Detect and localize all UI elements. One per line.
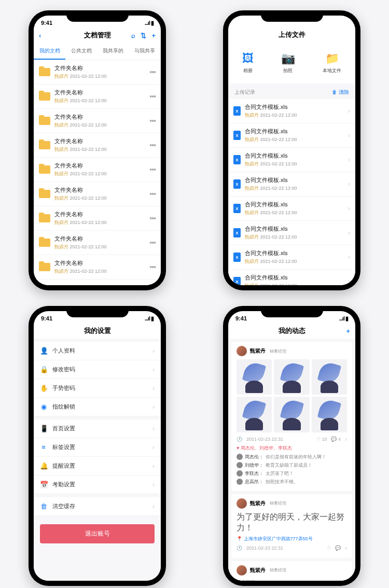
avatar bbox=[237, 454, 243, 460]
tab-my-docs[interactable]: 我的文档 bbox=[34, 43, 65, 60]
avatar[interactable] bbox=[237, 346, 247, 356]
avatar[interactable] bbox=[237, 565, 247, 576]
opt-local[interactable]: 📁本地文件 bbox=[323, 52, 341, 74]
chevron-icon: › bbox=[152, 366, 155, 373]
folder-icon bbox=[39, 117, 50, 125]
folder-row[interactable]: 文件夹名称 甄嬛丹 2021-02-22 12:00 ••• bbox=[34, 85, 161, 109]
chevron-icon: › bbox=[152, 481, 155, 488]
search-icon[interactable]: ⌕ bbox=[131, 32, 135, 39]
file-row[interactable]: X 合同文件模板.xls 甄嬛丹 2021-02-22 12:00 › bbox=[228, 148, 355, 172]
folder-name: 文件夹名称 bbox=[54, 137, 145, 145]
chevron-icon[interactable]: › bbox=[345, 436, 347, 443]
settings-row[interactable]: 🔒 修改密码 › bbox=[34, 360, 161, 379]
location-link[interactable]: 📍 上海市静安区广中西路777弄55号 bbox=[237, 536, 347, 542]
folder-name: 文件夹名称 bbox=[54, 235, 145, 243]
more-icon[interactable]: ••• bbox=[149, 263, 156, 271]
header: ‹ 文档管理 ⌕ ⇅ + bbox=[34, 27, 161, 43]
settings-row[interactable]: ✋ 手势密码 › bbox=[34, 379, 161, 398]
clear-button[interactable]: 🗑 清除 bbox=[332, 89, 349, 96]
back-icon[interactable]: ‹ bbox=[39, 32, 41, 39]
folder-row[interactable]: 文件夹名称 甄嬛丹 2021-02-22 12:00 ••• bbox=[34, 109, 161, 133]
folder-row[interactable]: 文件夹名称 甄嬛丹 2021-02-22 12:00 ••• bbox=[34, 133, 161, 158]
file-row[interactable]: X 合同文件模板.xls 甄嬛丹 2021-02-22 12:00 › bbox=[228, 99, 355, 123]
more-icon[interactable]: ••• bbox=[149, 190, 156, 198]
more-icon[interactable]: ••• bbox=[149, 165, 156, 174]
sort-icon[interactable]: ⇅ bbox=[141, 32, 146, 39]
settings-row[interactable]: 📅 考勤设置 › bbox=[34, 475, 161, 494]
tab-shared-with-me[interactable]: 与我共享 bbox=[129, 43, 161, 60]
logout-button[interactable]: 退出账号 bbox=[40, 524, 155, 543]
file-row[interactable]: X 合同文件模板.xls 甄嬛丹 2021-02-22 12:00 › bbox=[228, 245, 355, 270]
settings-row[interactable]: 👤 个人资料 › bbox=[34, 342, 161, 360]
settings-row[interactable]: 🔔 提醒设置 › bbox=[34, 457, 161, 475]
photo-thumb[interactable] bbox=[237, 397, 272, 432]
folder-row[interactable]: 文件夹名称 甄嬛丹 2021-02-22 12:00 ••• bbox=[34, 206, 161, 231]
photo-thumb[interactable] bbox=[312, 359, 347, 395]
add-icon[interactable]: + bbox=[346, 327, 350, 335]
like-button[interactable]: ♡ 10 bbox=[316, 437, 327, 442]
folder-row[interactable]: 文件夹名称 甄嬛丹 2021-02-22 12:00 ••• bbox=[34, 231, 161, 255]
post-author[interactable]: 甄紫丹 bbox=[250, 347, 266, 355]
xls-icon: X bbox=[233, 228, 241, 237]
tab-shared-by-me[interactable]: 我共享的 bbox=[98, 43, 129, 60]
post-meta: 🕐 2021-02-23 22:31 ♡ 💬 › bbox=[237, 544, 347, 552]
xls-icon: X bbox=[233, 155, 241, 164]
more-icon[interactable]: ••• bbox=[149, 68, 156, 76]
settings-row[interactable]: ≡ 标签设置 › bbox=[34, 438, 161, 457]
post-text: 为了更好的明天，大家一起努力！ bbox=[237, 512, 347, 534]
feed-body[interactable]: 甄紫丹 销售经理 🕐 2021-02-23 22:31 ♡ 10 💬 bbox=[228, 339, 355, 581]
post-author[interactable]: 甄紫丹 bbox=[250, 567, 266, 574]
opt-camera[interactable]: 📷拍照 bbox=[281, 52, 295, 74]
file-name: 合同文件模板.xls bbox=[245, 249, 344, 257]
file-row[interactable]: X 合同文件模板.xls 甄嬛丹 2021-02-22 12:00 › bbox=[228, 270, 355, 285]
more-icon[interactable]: ••• bbox=[149, 141, 156, 149]
tab-public-docs[interactable]: 公共文档 bbox=[65, 43, 97, 60]
comment-button[interactable]: 💬 bbox=[335, 545, 341, 551]
opt-album[interactable]: 🖼相册 bbox=[242, 52, 254, 74]
setting-icon: 👤 bbox=[40, 347, 47, 355]
upload-list[interactable]: X 合同文件模板.xls 甄嬛丹 2021-02-22 12:00 › X 合同… bbox=[228, 99, 355, 285]
history-label: 上传记录 bbox=[234, 89, 255, 96]
xls-icon: X bbox=[233, 106, 241, 116]
settings-row[interactable]: 📱 首页设置 › bbox=[34, 419, 161, 438]
folder-icon bbox=[39, 165, 50, 174]
folder-row[interactable]: 文件夹名称 甄嬛丹 2021-02-22 12:00 ••• bbox=[34, 182, 161, 206]
screen-settings: 9:41 ...ıl ▮ 我的设置 👤 个人资料 › 🔒 修改密码 › ✋ 手势… bbox=[34, 311, 161, 581]
folder-row[interactable]: 文件夹名称 甄嬛丹 2021-02-22 12:00 ••• bbox=[34, 60, 161, 85]
comment-button[interactable]: 💬 4 bbox=[331, 437, 341, 442]
post-author[interactable]: 甄紫丹 bbox=[250, 500, 266, 507]
history-header: 上传记录 🗑 清除 bbox=[228, 83, 355, 99]
file-row[interactable]: X 合同文件模板.xls 甄嬛丹 2021-02-22 12:00 › bbox=[228, 221, 355, 245]
home-indicator[interactable] bbox=[72, 286, 123, 288]
more-icon[interactable]: ••• bbox=[149, 117, 156, 125]
like-button[interactable]: ♡ bbox=[327, 545, 331, 551]
chevron-icon: › bbox=[348, 254, 350, 261]
avatar[interactable] bbox=[237, 498, 247, 509]
photo-thumb[interactable] bbox=[237, 359, 272, 395]
folder-row[interactable]: 文件夹名称 甄嬛丹 2021-02-22 12:00 ••• bbox=[34, 158, 161, 182]
setting-icon: ✋ bbox=[40, 384, 47, 392]
setting-icon: ◉ bbox=[40, 403, 47, 411]
more-icon[interactable]: ••• bbox=[149, 239, 156, 247]
settings-row[interactable]: 🗑 清空缓存 › bbox=[34, 497, 161, 516]
more-icon[interactable]: ••• bbox=[149, 92, 156, 101]
add-icon[interactable]: + bbox=[151, 32, 156, 39]
home-indicator[interactable] bbox=[72, 582, 123, 584]
home-indicator[interactable] bbox=[266, 286, 318, 288]
more-icon[interactable]: ••• bbox=[149, 214, 156, 222]
file-row[interactable]: X 合同文件模板.xls 甄嬛丹 2021-02-22 12:00 › bbox=[228, 197, 355, 221]
file-row[interactable]: X 合同文件模板.xls 甄嬛丹 2021-02-22 12:00 › bbox=[228, 123, 355, 148]
xls-icon: X bbox=[233, 253, 241, 262]
file-row[interactable]: X 合同文件模板.xls 甄嬛丹 2021-02-22 12:00 › bbox=[228, 172, 355, 197]
deal-info: 成交订单：DD20210215010001 成交金额：¥10,000.00 客户… bbox=[237, 579, 347, 581]
header: 我的动态 + bbox=[228, 323, 355, 339]
folder-row[interactable]: 文件夹名称 甄嬛丹 2021-02-22 12:00 ••• bbox=[34, 255, 161, 279]
photo-thumb[interactable] bbox=[274, 359, 309, 395]
home-indicator[interactable] bbox=[266, 582, 318, 584]
settings-row[interactable]: ◉ 指纹解锁 › bbox=[34, 398, 161, 416]
folder-list[interactable]: 文件夹名称 甄嬛丹 2021-02-22 12:00 ••• 文件夹名称 甄嬛丹… bbox=[34, 60, 161, 285]
chevron-icon[interactable]: › bbox=[345, 544, 347, 552]
photo-thumb[interactable] bbox=[312, 397, 347, 432]
photo-thumb[interactable] bbox=[274, 397, 309, 432]
post-header: 甄紫丹 销售经理 bbox=[237, 565, 347, 576]
